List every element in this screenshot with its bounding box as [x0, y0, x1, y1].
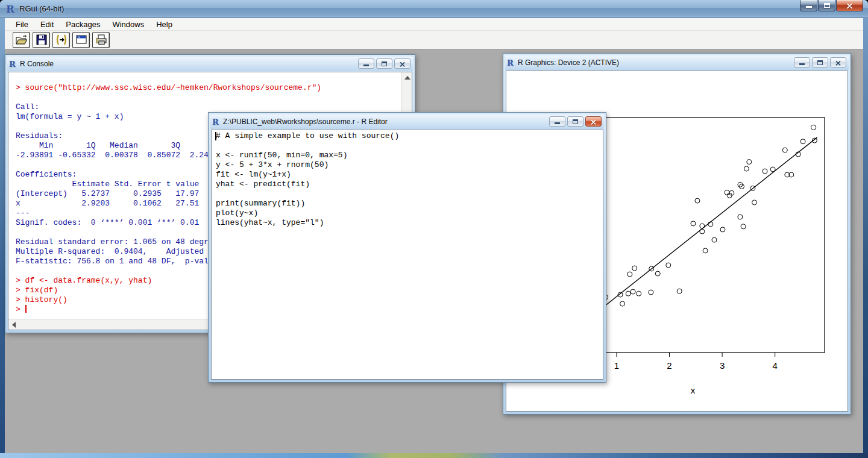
data-point — [770, 167, 775, 172]
x-tick-label: 1 — [614, 360, 619, 371]
console-minimize-button[interactable] — [358, 58, 374, 69]
close-icon — [846, 2, 853, 9]
x-axis-label: x — [691, 385, 696, 395]
editor-maximize-button[interactable] — [567, 116, 583, 127]
window-right-border — [863, 0, 868, 458]
console-caption-buttons — [358, 58, 410, 69]
data-point — [720, 227, 725, 232]
menu-windows[interactable]: Windows — [106, 19, 150, 30]
scroll-left-icon[interactable] — [12, 322, 16, 328]
new-window-button[interactable] — [72, 32, 90, 48]
data-point — [725, 190, 729, 195]
text-cursor — [25, 305, 27, 313]
editor-content[interactable]: # A simple example to use with source()x… — [211, 130, 603, 380]
console-line — [16, 93, 401, 102]
window-left-border — [0, 0, 5, 458]
main-titlebar[interactable]: R RGui (64-bit) — [0, 0, 868, 18]
graphics-close-button[interactable] — [830, 57, 846, 67]
editor-window: R Z:\PUBLIC_web\Rworkshops\sourceme.r - … — [208, 112, 606, 383]
print-button[interactable] — [92, 32, 110, 48]
x-tick-label: 3 — [720, 360, 725, 371]
data-point — [747, 160, 752, 165]
editor-line: fit <- lm(y~1+x) — [216, 170, 603, 180]
data-point — [700, 229, 705, 234]
scroll-up-icon[interactable] — [404, 76, 410, 80]
data-point — [691, 221, 696, 226]
menu-bar: FileEditPackagesWindowsHelp — [5, 18, 863, 31]
window-bottom-border — [0, 453, 868, 458]
toolbar — [5, 31, 863, 49]
data-point — [677, 289, 682, 293]
copy-paste-button[interactable] — [52, 32, 70, 48]
close-icon — [835, 60, 841, 66]
editor-titlebar[interactable]: R Z:\PUBLIC_web\Rworkshops\sourceme.r - … — [210, 114, 604, 129]
window-icon — [75, 34, 88, 46]
editor-line: print(summary(fit)) — [216, 199, 603, 209]
open-script-button[interactable] — [13, 32, 30, 48]
r-logo-icon: R — [507, 58, 518, 67]
minimize-icon — [555, 122, 560, 124]
data-point — [744, 166, 749, 171]
copy-paste-icon — [55, 34, 68, 46]
graphics-caption-buttons — [794, 57, 846, 67]
graphics-minimize-button[interactable] — [794, 57, 810, 67]
data-point — [649, 290, 653, 295]
editor-caption-buttons — [549, 116, 602, 127]
data-point — [800, 139, 805, 144]
maximize-icon — [382, 61, 387, 66]
data-point — [631, 289, 635, 294]
menu-edit[interactable]: Edit — [34, 19, 60, 30]
maximize-icon — [817, 60, 823, 65]
x-tick-label: 4 — [773, 360, 778, 371]
data-point — [752, 200, 757, 205]
rgui-window: R RGui (64-bit) FileEditPackagesWindowsH… — [0, 0, 868, 458]
editor-line — [216, 189, 603, 199]
x-tick-label: 2 — [667, 360, 671, 371]
data-point — [738, 215, 743, 219]
data-point — [700, 224, 705, 228]
editor-line: lines(yhat~x, type="l") — [216, 218, 603, 228]
console-titlebar[interactable]: R R Console — [7, 57, 413, 71]
r-logo-icon: R — [212, 118, 223, 127]
data-point — [627, 272, 632, 277]
r-logo-icon: R — [6, 3, 19, 15]
data-point — [741, 224, 746, 229]
data-point — [763, 169, 767, 174]
editor-minimize-button[interactable] — [549, 116, 565, 127]
caption-buttons — [800, 0, 863, 11]
open-folder-icon — [15, 34, 28, 46]
maximize-button[interactable] — [818, 0, 835, 11]
menu-packages[interactable]: Packages — [60, 19, 106, 30]
editor-line: yhat <- predict(fit) — [216, 180, 603, 189]
minimize-icon — [806, 6, 812, 8]
print-icon — [95, 34, 108, 46]
data-point — [712, 237, 717, 242]
data-point — [655, 271, 660, 276]
maximize-icon — [573, 119, 578, 124]
console-close-button[interactable] — [394, 58, 410, 69]
editor-line: # A simple example to use with source() — [216, 131, 603, 141]
console-maximize-button[interactable] — [376, 58, 392, 69]
minimize-button[interactable] — [800, 0, 817, 11]
editor-line: x <- runif(50, min=0, max=5) — [216, 151, 603, 160]
console-line: > source("http://www.ssc.wisc.edu/~hemke… — [16, 83, 401, 93]
data-point — [811, 125, 816, 130]
menu-file[interactable]: File — [10, 19, 34, 30]
data-point — [695, 198, 700, 203]
data-point — [666, 263, 671, 268]
editor-line — [216, 141, 603, 151]
editor-close-button[interactable] — [585, 116, 602, 127]
save-button[interactable] — [33, 32, 50, 48]
console-title: R Console — [20, 60, 54, 68]
close-button[interactable] — [836, 0, 863, 11]
menu-help[interactable]: Help — [150, 19, 178, 30]
editor-line: y <- 5 + 3*x + rnorm(50) — [216, 160, 603, 170]
graphics-titlebar[interactable]: R R Graphics: Device 2 (ACTIVE) — [505, 55, 849, 70]
editor-title: Z:\PUBLIC_web\Rworkshops\sourceme.r - R … — [223, 118, 388, 126]
data-point — [632, 266, 637, 271]
graphics-title: R Graphics: Device 2 (ACTIVE) — [518, 58, 619, 67]
graphics-maximize-button[interactable] — [812, 57, 828, 67]
minimize-icon — [799, 63, 805, 65]
editor-text[interactable]: # A simple example to use with source()x… — [212, 130, 603, 379]
minimize-icon — [363, 64, 369, 66]
